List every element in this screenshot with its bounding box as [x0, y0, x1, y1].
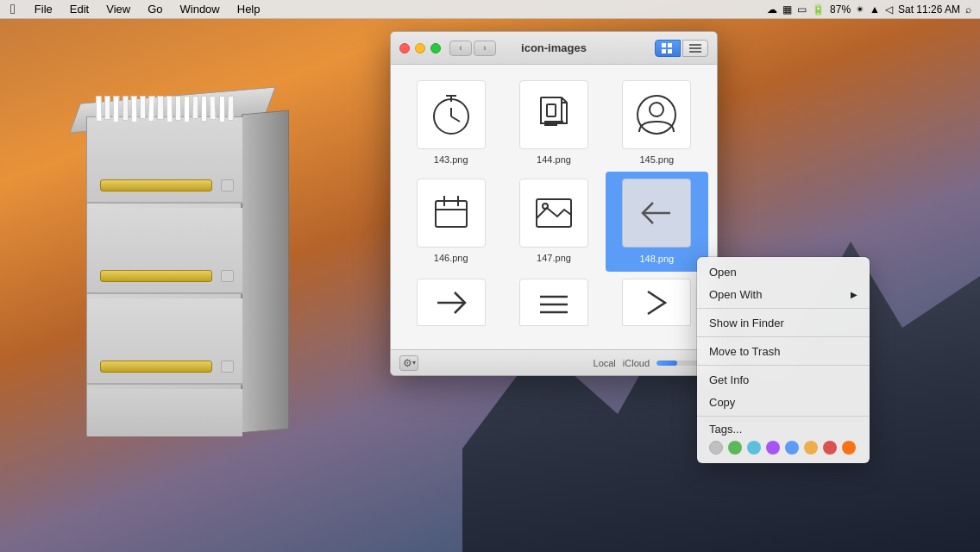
file-icon-150	[519, 279, 588, 326]
file-name-143: 143.png	[434, 154, 468, 165]
menu-separator-1	[697, 308, 870, 309]
menubar-right: ☁ ▦ ▭ 🔋 87% ✴ ▲ ◁ Sat 11:26 AM ⌕	[767, 3, 980, 16]
tag-teal[interactable]	[747, 441, 761, 455]
tag-orange[interactable]	[842, 441, 856, 455]
file-144[interactable]: 144.png	[502, 73, 605, 172]
back-button[interactable]: ‹	[449, 41, 472, 56]
traffic-lights	[399, 43, 441, 53]
svg-point-18	[650, 103, 663, 116]
tags-colors	[709, 441, 858, 455]
file-icon-149	[417, 279, 486, 326]
svg-line-10	[451, 116, 460, 122]
storage-fill	[656, 361, 677, 366]
file-icon-145	[622, 80, 691, 149]
icloud-icon: ☁	[767, 3, 777, 16]
nav-buttons: ‹ ›	[449, 41, 496, 56]
context-menu: Open Open With ▶ Show in Finder Move to …	[697, 257, 870, 463]
file-147[interactable]: 147.png	[502, 172, 605, 272]
file-150-partial[interactable]	[502, 272, 605, 333]
context-menu-open[interactable]: Open	[697, 260, 870, 283]
view-buttons	[655, 40, 708, 57]
forward-button[interactable]: ›	[474, 41, 496, 56]
local-label: Local	[594, 358, 616, 368]
gear-icon: ⚙	[403, 357, 412, 369]
svg-rect-0	[662, 43, 666, 47]
menu-edit[interactable]: Edit	[61, 0, 97, 19]
file-icon-144	[519, 80, 588, 149]
tag-green[interactable]	[728, 441, 742, 455]
wifi-icon: ▲	[870, 3, 880, 16]
file-name-147: 147.png	[537, 253, 571, 263]
svg-rect-13	[541, 97, 562, 123]
file-145[interactable]: 145.png	[606, 73, 708, 172]
window-bottombar: ⚙ ▾ Local iCloud	[391, 349, 717, 375]
fullscreen-button[interactable]	[430, 43, 441, 53]
context-menu-get-info[interactable]: Get Info	[697, 368, 870, 391]
file-icon-143	[417, 80, 486, 149]
context-menu-show-in-finder[interactable]: Show in Finder	[697, 311, 870, 334]
file-146[interactable]: 146.png	[399, 172, 502, 272]
file-name-146: 146.png	[434, 253, 468, 263]
battery-percent: 87%	[830, 3, 851, 16]
window-titlebar: ‹ › icon-images	[391, 32, 717, 65]
gear-button[interactable]: ⚙ ▾	[399, 355, 418, 371]
svg-rect-19	[436, 201, 467, 227]
menubar-left:  File Edit View Go Window Help	[0, 0, 269, 19]
file-icon-147	[519, 179, 588, 248]
menu-separator-4	[697, 416, 870, 417]
menu-view[interactable]: View	[97, 0, 139, 19]
file-151-partial[interactable]	[606, 272, 708, 333]
battery-icon: 🔋	[812, 3, 825, 16]
apple-menu[interactable]: 	[0, 0, 26, 19]
file-grid: 143.png 144.png	[391, 65, 717, 172]
bluetooth-icon: ✴	[856, 3, 864, 16]
search-icon[interactable]: ⌕	[965, 3, 971, 16]
svg-rect-1	[668, 43, 672, 47]
cabinet-illustration	[52, 69, 293, 457]
time-display: Sat 11:26 AM	[898, 3, 960, 16]
display-icon: ▭	[797, 3, 807, 16]
grid-icon: ▦	[782, 3, 792, 16]
menu-separator-2	[697, 336, 870, 337]
file-icon-148	[622, 179, 691, 248]
tags-label[interactable]: Tags...	[709, 423, 858, 436]
menu-separator-3	[697, 365, 870, 366]
tag-gray[interactable]	[709, 441, 723, 455]
file-icon-146	[417, 179, 486, 248]
file-143[interactable]: 143.png	[399, 73, 502, 172]
context-menu-move-to-trash[interactable]: Move to Trash	[697, 340, 870, 362]
grid-view-button[interactable]	[655, 40, 681, 57]
svg-rect-2	[662, 49, 666, 53]
menu-go[interactable]: Go	[139, 0, 171, 19]
file-grid-row3	[391, 272, 717, 333]
gear-dropdown-icon: ▾	[412, 359, 416, 367]
file-148[interactable]: 148.png	[606, 172, 708, 272]
file-name-144: 144.png	[537, 154, 571, 165]
file-149-partial[interactable]	[399, 272, 502, 333]
context-menu-copy[interactable]: Copy	[697, 391, 870, 413]
svg-rect-4	[689, 44, 701, 46]
list-view-button[interactable]	[682, 40, 708, 57]
icloud-label: iCloud	[623, 358, 650, 368]
svg-point-24	[543, 204, 548, 209]
svg-point-17	[638, 96, 675, 134]
svg-rect-6	[689, 51, 701, 53]
menubar:  File Edit View Go Window Help ☁ ▦ ▭ 🔋 …	[0, 0, 980, 19]
submenu-arrow: ▶	[851, 290, 858, 299]
file-name-148: 148.png	[636, 253, 677, 265]
file-grid-row2: 146.png 147.png 148.png	[391, 172, 717, 272]
window-title: icon-images	[521, 41, 587, 54]
tag-purple[interactable]	[766, 441, 780, 455]
context-menu-open-with[interactable]: Open With ▶	[697, 283, 870, 305]
menu-window[interactable]: Window	[172, 0, 229, 19]
tag-yellow[interactable]	[804, 441, 818, 455]
finder-window: ‹ › icon-images	[390, 31, 718, 376]
tags-section: Tags...	[697, 419, 870, 460]
minimize-button[interactable]	[415, 43, 425, 53]
menu-help[interactable]: Help	[229, 0, 269, 19]
tag-blue[interactable]	[785, 441, 799, 455]
tag-red[interactable]	[823, 441, 837, 455]
volume-icon: ◁	[885, 3, 893, 16]
close-button[interactable]	[399, 43, 410, 53]
menu-file[interactable]: File	[26, 0, 61, 19]
